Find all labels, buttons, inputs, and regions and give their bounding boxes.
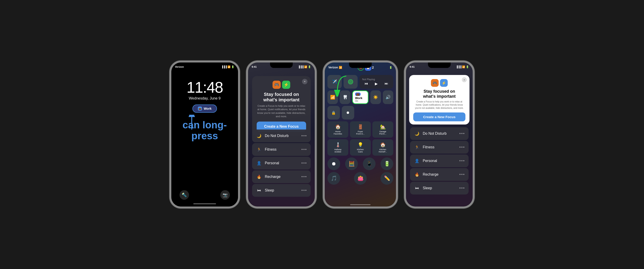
work-focus-tile[interactable]: 💼 Work On: [352, 90, 368, 104]
edit-btn[interactable]: ✏️: [380, 172, 393, 185]
phone-3: Verizon 📶 💼 📋 2 🔋: [323, 61, 398, 208]
notch-1: [193, 63, 216, 68]
lock-bottom-controls: 🔦 📷: [171, 190, 238, 200]
play-icon[interactable]: ▶: [375, 82, 378, 86]
sleep-dots[interactable]: •••: [301, 188, 307, 193]
focus-item-dnd-4[interactable]: 🌙 Do Not Disturb •••: [410, 127, 468, 140]
lock-screen: Verizon ▐▐▐ 📶 🔋 11:48 Wednesday, June 9 …: [171, 63, 238, 206]
home-tile-4[interactable]: 💡 Kitchen Cans: [350, 139, 371, 156]
focus-list-dark: 🌙 Do Not Disturb ••• 🏃 Fitness •••: [252, 130, 311, 197]
home-tile-1[interactable]: 🚪 Foyer Front D...: [350, 121, 371, 138]
focus-item-recharge[interactable]: 🔥 Recharge •••: [252, 170, 311, 183]
cc-spacer: [356, 106, 393, 120]
focus-pill-icon: 💼: [198, 107, 202, 111]
personal-icon: 👤: [256, 160, 262, 166]
now-playing-area: Not Playing ⏮ ▶ ⏭: [360, 75, 393, 89]
modal-close-btn[interactable]: ×: [302, 79, 308, 84]
fitness-label: Fitness: [265, 147, 276, 152]
home-tiles-grid: 🏠 Home Favorites 🚪 Foyer Front D... 🏡 Ga…: [328, 121, 393, 156]
time-label-4: 9:41: [410, 65, 414, 68]
dnd-dots[interactable]: •••: [301, 134, 307, 138]
dnd-dots-4[interactable]: •••: [459, 131, 465, 136]
modal-icons-white: 🎮 ⚡: [431, 79, 448, 87]
work-sub-label: On: [355, 100, 358, 102]
remote-btn[interactable]: 📱: [363, 157, 376, 170]
sleep-label: Sleep: [265, 188, 274, 192]
recharge-dots-4[interactable]: •••: [459, 172, 465, 177]
recharge-label-4: Recharge: [423, 172, 438, 176]
next-icon[interactable]: ⏭: [385, 82, 388, 86]
recharge-label: Recharge: [265, 175, 280, 179]
cc-last-row: 🎵 👛 ✏️: [328, 172, 393, 185]
focus-item-personal-4[interactable]: 👤 Personal •••: [410, 154, 468, 167]
cc-battery-area: 🔋: [389, 66, 392, 69]
sleep-dots-4[interactable]: •••: [459, 186, 465, 191]
home-tile-2[interactable]: 🏡 Garage Perch...: [372, 121, 393, 138]
calc-btn[interactable]: 🧮: [345, 157, 358, 170]
dnd-icon-4: 🌙: [414, 130, 420, 137]
phone-4: 9:41 ▐▐▐ 📶 🔋 🎮 ⚡ × Stay focuse: [404, 61, 474, 208]
record-btn[interactable]: ⏺: [328, 157, 340, 170]
carrier-label: Verizon: [175, 65, 184, 68]
fitness-icon: 🏃: [256, 146, 262, 153]
focus-item-fitness[interactable]: 🏃 Fitness •••: [252, 143, 311, 156]
battery-icon-4: 🔋: [466, 65, 469, 68]
scene: Verizon ▐▐▐ 📶 🔋 11:48 Wednesday, June 9 …: [0, 0, 644, 269]
home-tile-0[interactable]: 🏠 Home Favorites: [328, 121, 348, 138]
focus-item-dnd[interactable]: 🌙 Do Not Disturb •••: [252, 130, 311, 142]
fitness-dots[interactable]: •••: [301, 147, 307, 152]
wallet-btn[interactable]: 👛: [354, 172, 367, 185]
focus-item-recharge-4[interactable]: 🔥 Recharge •••: [410, 168, 468, 181]
lock-date: Wednesday, June 9: [189, 96, 220, 100]
modal-title-dark: Stay focused onwhat's important: [263, 92, 299, 102]
battery-circle-btn[interactable]: 🔋: [380, 157, 393, 170]
camera-icon[interactable]: 📷: [220, 190, 230, 200]
signal-icon: ▐▐▐: [222, 65, 227, 68]
flashlight-icon[interactable]: 🔦: [180, 190, 189, 200]
cc-carrier: Verizon 📶: [328, 66, 342, 69]
phone-1: Verizon ▐▐▐ 📶 🔋 11:48 Wednesday, June 9 …: [170, 61, 240, 208]
battery-icon-2: 🔋: [308, 65, 311, 68]
signal-icon-2: ▐▐▐: [298, 65, 304, 68]
cc-row-3: 🔒 ⏺: [328, 106, 393, 120]
wifi-icon-2: 📶: [304, 65, 307, 68]
personal-label: Personal: [265, 161, 279, 165]
home-tile-5[interactable]: 🏠 Kitchen HomeP...: [372, 139, 393, 156]
modal-close-btn-white[interactable]: ×: [462, 77, 467, 82]
focus-item-fitness-4[interactable]: 🏃 Fitness •••: [410, 141, 468, 154]
personal-dots-4[interactable]: •••: [459, 159, 465, 163]
personal-label-4: Personal: [423, 159, 437, 163]
screen-record-btn[interactable]: ⏺: [342, 106, 354, 120]
media-controls: ⏮ ▶ ⏭: [362, 82, 390, 86]
dnd-icon: 🌙: [256, 133, 262, 139]
personal-dots[interactable]: •••: [301, 161, 307, 166]
prev-icon[interactable]: ⏮: [364, 82, 368, 86]
recharge-icon-4: 🔥: [414, 171, 420, 178]
shazam-btn[interactable]: 🎵: [328, 172, 340, 185]
notch-4: [428, 63, 451, 68]
fitness-dots-4[interactable]: •••: [459, 145, 465, 150]
focus-item-sleep-4[interactable]: 🛏 Sleep •••: [410, 182, 468, 194]
focus-modal-white: 🎮 ⚡ × Stay focused onwhat's important Cr…: [409, 75, 470, 125]
home-tile-3[interactable]: 🌡️ Hallway ecobee: [328, 139, 348, 156]
notch-2: [270, 63, 293, 68]
not-playing-label: Not Playing: [362, 78, 375, 81]
focus-menu-light-bg: 9:41 ▐▐▐ 📶 🔋 🎮 ⚡ × Stay focuse: [406, 63, 473, 206]
focus-menu-dark-bg: 9:41 ▐▐▐ 📶 🔋 🎮 ⚡ × Stay focuse: [248, 63, 315, 206]
focus-item-sleep[interactable]: 🛏 Sleep •••: [252, 184, 311, 197]
brightness-btn[interactable]: ☀️: [370, 90, 381, 104]
focus-pill[interactable]: 💼 Work: [192, 105, 217, 113]
create-new-focus-btn-white[interactable]: Create a New Focus: [413, 112, 466, 121]
volume-btn[interactable]: 🔊: [383, 90, 393, 104]
recharge-dots[interactable]: •••: [301, 174, 307, 179]
status-icons-4: ▐▐▐ 📶 🔋: [456, 65, 469, 68]
modal-icon-orange: 🎮: [272, 81, 281, 89]
wifi-icon-4: 📶: [462, 65, 465, 68]
work-label: Work: [355, 96, 362, 100]
modal-subtitle-white: Create a Focus to help you work or to re…: [413, 100, 466, 110]
focus-item-personal[interactable]: 👤 Personal •••: [252, 157, 311, 169]
lock-time: 11:48: [186, 80, 223, 95]
signal-icon-4: ▐▐▐: [456, 65, 461, 68]
dnd-label-4: Do Not Disturb: [423, 132, 446, 136]
screen-lock-btn[interactable]: 🔒: [328, 106, 340, 120]
